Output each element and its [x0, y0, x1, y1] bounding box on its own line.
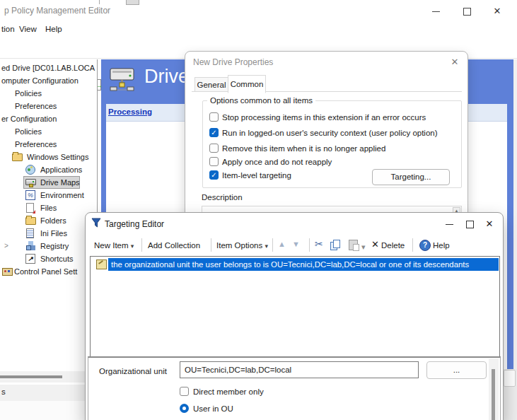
- sidebar-item-drive-maps[interactable]: Drive Maps: [0, 177, 97, 189]
- options-group-label: Options common to all items: [207, 96, 315, 105]
- paste-icon[interactable]: [349, 240, 358, 250]
- help-button[interactable]: Help: [433, 241, 450, 250]
- item-options-button[interactable]: Item Options ▾: [216, 241, 268, 250]
- option-label: Run in logged-on user's security context…: [222, 128, 438, 138]
- new-item-button[interactable]: New Item ▾: [94, 241, 134, 250]
- move-up-icon[interactable]: ▲: [278, 240, 286, 248]
- close-icon[interactable]: ✕: [491, 5, 504, 18]
- user-in-ou-radio[interactable]: [180, 404, 189, 413]
- close-icon[interactable]: ✕: [483, 218, 496, 231]
- background-area: [0, 401, 85, 420]
- tree-item-label: omputer Configuration: [1, 75, 79, 86]
- new-drive-properties-dialog: New Drive Properties ✕ General Common Op…: [185, 51, 468, 222]
- dialog-title: Targeting Editor: [105, 219, 164, 229]
- tree-item-label: Control Panel Sett: [14, 266, 77, 277]
- sidebar-item-windows-settings[interactable]: Windows Settings: [0, 151, 97, 163]
- targeting-button[interactable]: Targeting...: [372, 169, 450, 185]
- sidebar-item-registry[interactable]: >Registry: [0, 240, 97, 252]
- tree-item-label: Preferences: [15, 100, 57, 112]
- checkbox-checked-icon[interactable]: ✓: [209, 170, 219, 180]
- minimize-icon[interactable]: [430, 5, 443, 18]
- funnel-icon: [91, 218, 102, 231]
- sidebar-item-control-panel-sett[interactable]: Control Panel Sett: [0, 266, 97, 278]
- organizational-unit-input[interactable]: OU=Tecnici,DC=lab,DC=local: [180, 361, 419, 378]
- targeting-item-row[interactable]: the organizational unit the user belongs…: [108, 258, 499, 271]
- sidebar-item-files[interactable]: Files: [0, 202, 97, 214]
- control-panel-icon: [2, 267, 13, 276]
- item-properties-panel: Organizational unit OU=Tecnici,DC=lab,DC…: [88, 356, 501, 420]
- processing-link[interactable]: Processing: [108, 107, 152, 116]
- sidebar-item-ed-drive-dc01-lab-loca[interactable]: ed Drive [DC01.LAB.LOCA: [0, 62, 97, 74]
- sidebar-item-er-configuration[interactable]: er Configuration: [0, 113, 97, 125]
- checkbox-unchecked-icon[interactable]: [209, 157, 219, 166]
- menu-action[interactable]: tion: [1, 25, 15, 33]
- sidebar-item-shortcuts[interactable]: ↗Shortcuts: [0, 253, 97, 265]
- close-icon[interactable]: ✕: [448, 56, 461, 69]
- tree-item-label: Drive Maps: [40, 177, 80, 188]
- window-title: p Policy Management Editor: [4, 6, 110, 16]
- maximize-icon[interactable]: [463, 218, 476, 231]
- drive-icon: [25, 177, 36, 187]
- help-icon[interactable]: ?: [419, 240, 431, 251]
- window-titlebar: p Policy Management Editor ✕: [0, 0, 517, 21]
- background-area: [513, 59, 517, 420]
- maximize-icon[interactable]: [460, 5, 473, 18]
- direct-member-label: Direct member only: [193, 387, 264, 396]
- sidebar-item-ini-files[interactable]: Ini Files: [0, 228, 97, 240]
- background-window-strip: s: [0, 385, 85, 401]
- option-label: Apply once and do not reapply: [222, 157, 332, 167]
- background-window-fragment: [126, 0, 139, 5]
- tab-general[interactable]: General: [194, 77, 228, 92]
- tree-item-label: Environment: [40, 189, 84, 201]
- organizational-unit-item-icon: [96, 259, 107, 269]
- sidebar-item-applications[interactable]: Applications: [0, 164, 97, 176]
- folder-icon: [25, 216, 36, 226]
- tree-item-label: Windows Settings: [27, 151, 88, 163]
- sidebar-item-folders[interactable]: Folders: [0, 215, 97, 227]
- copy-icon[interactable]: [330, 240, 341, 250]
- organizational-unit-label: Organizational unit: [99, 367, 167, 375]
- add-collection-button[interactable]: Add Collection: [148, 241, 200, 250]
- sidebar-item-omputer-configuration[interactable]: omputer Configuration: [0, 75, 97, 87]
- expand-chevron-icon[interactable]: >: [4, 240, 8, 252]
- tree-item-label: Policies: [15, 126, 42, 137]
- minimize-icon[interactable]: [443, 218, 456, 231]
- delete-button[interactable]: Delete: [381, 241, 405, 250]
- panel-scrollbar-thumb[interactable]: [492, 369, 495, 420]
- folder-icon: [12, 152, 23, 162]
- paste-dropdown-icon[interactable]: ▾: [361, 243, 366, 252]
- network-drive-icon: [108, 66, 137, 96]
- checkbox-unchecked-icon[interactable]: [209, 112, 219, 122]
- tree-scrollbar-thumb[interactable]: [0, 375, 62, 378]
- tab-common[interactable]: Common: [228, 75, 266, 93]
- description-label: Description: [202, 193, 243, 202]
- pane-banner-title: Drive: [144, 66, 189, 88]
- scrollbar-fragment: [504, 370, 516, 387]
- sidebar-item-environment[interactable]: %Environment: [0, 189, 97, 202]
- cut-icon[interactable]: ✂: [315, 238, 323, 250]
- checkbox-unchecked-icon[interactable]: [209, 144, 219, 153]
- delete-icon[interactable]: ✕: [371, 239, 379, 250]
- panel-scrollbar[interactable]: [489, 358, 499, 420]
- browse-button[interactable]: ...: [426, 361, 487, 379]
- environment-icon: %: [25, 190, 36, 200]
- background-window-edge: [99, 0, 100, 4]
- files-icon: [25, 203, 36, 213]
- shortcuts-icon: ↗: [25, 254, 36, 264]
- move-down-icon[interactable]: ▼: [292, 240, 300, 248]
- sidebar-item-preferences[interactable]: Preferences: [0, 100, 97, 112]
- tree-item-label: Files: [40, 202, 57, 214]
- tree-item-label: Ini Files: [40, 228, 67, 239]
- direct-member-checkbox[interactable]: [180, 387, 189, 396]
- checkbox-checked-icon[interactable]: ✓: [209, 128, 219, 137]
- sidebar-item-preferences[interactable]: Preferences: [0, 139, 97, 151]
- menu-help[interactable]: Help: [45, 25, 62, 33]
- ini-icon: [25, 228, 36, 238]
- sidebar-item-policies[interactable]: Policies: [0, 88, 97, 100]
- console-tree-pane: ed Drive [DC01.LAB.LOCAomputer Configura…: [0, 59, 98, 371]
- tree-item-label: ed Drive [DC01.LAB.LOCA: [1, 62, 95, 74]
- menu-view[interactable]: View: [19, 25, 37, 33]
- tree-item-label: Folders: [40, 215, 66, 226]
- tree-item-label: Preferences: [15, 139, 57, 150]
- sidebar-item-policies[interactable]: Policies: [0, 126, 97, 138]
